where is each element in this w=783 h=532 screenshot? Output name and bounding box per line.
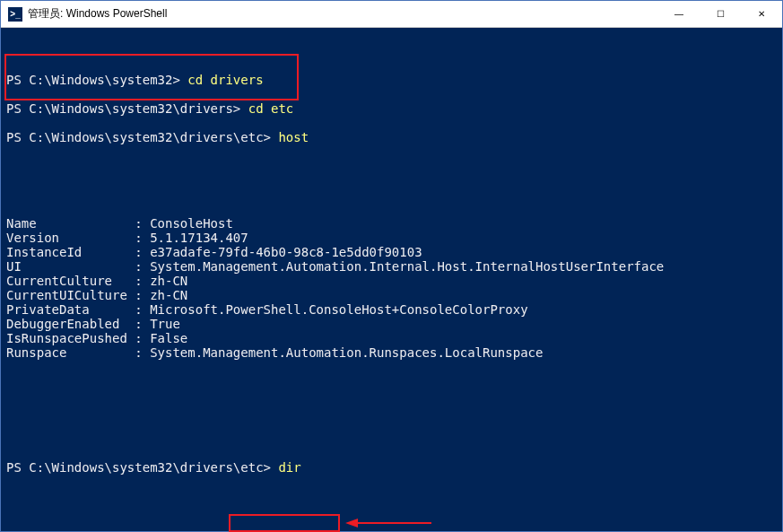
window-title: 管理员: Windows PowerShell xyxy=(28,6,167,22)
cmd-line-1: PS C:\Windows\system32> cd drivers xyxy=(6,73,777,87)
host-row: CurrentCulture : zh-CN xyxy=(6,274,777,288)
host-output: Name : ConsoleHostVersion : 5.1.17134.40… xyxy=(6,216,777,360)
host-row: PrivateData : Microsoft.PowerShell.Conso… xyxy=(6,302,777,317)
host-row: DebuggerEnabled : True xyxy=(6,317,777,331)
powershell-icon: >_ xyxy=(8,7,22,22)
host-row: InstanceId : e37adafe-79fd-46b0-98c8-1e5… xyxy=(6,245,777,259)
maximize-button[interactable]: ☐ xyxy=(700,1,741,28)
cmd-line-dir: PS C:\Windows\system32\drivers\etc> dir xyxy=(6,460,777,475)
host-row: UI : System.Management.Automation.Intern… xyxy=(6,259,777,274)
host-row: Runspace : System.Management.Automation.… xyxy=(6,345,777,360)
terminal-area[interactable]: PS C:\Windows\system32> cd drivers PS C:… xyxy=(1,28,782,531)
host-row: CurrentUICulture : zh-CN xyxy=(6,288,777,302)
powershell-window: >_ 管理员: Windows PowerShell — ☐ ✕ PS C:\W… xyxy=(0,0,783,532)
host-row: IsRunspacePushed : False xyxy=(6,331,777,345)
cmd-line-3: PS C:\Windows\system32\drivers\etc> host xyxy=(6,130,777,144)
host-row: Version : 5.1.17134.407 xyxy=(6,231,777,245)
minimize-button[interactable]: — xyxy=(658,1,700,28)
titlebar[interactable]: >_ 管理员: Windows PowerShell — ☐ ✕ xyxy=(1,1,782,28)
close-button[interactable]: ✕ xyxy=(741,1,782,28)
cmd-line-2: PS C:\Windows\system32\drivers> cd etc xyxy=(6,101,777,116)
host-row: Name : ConsoleHost xyxy=(6,216,777,231)
